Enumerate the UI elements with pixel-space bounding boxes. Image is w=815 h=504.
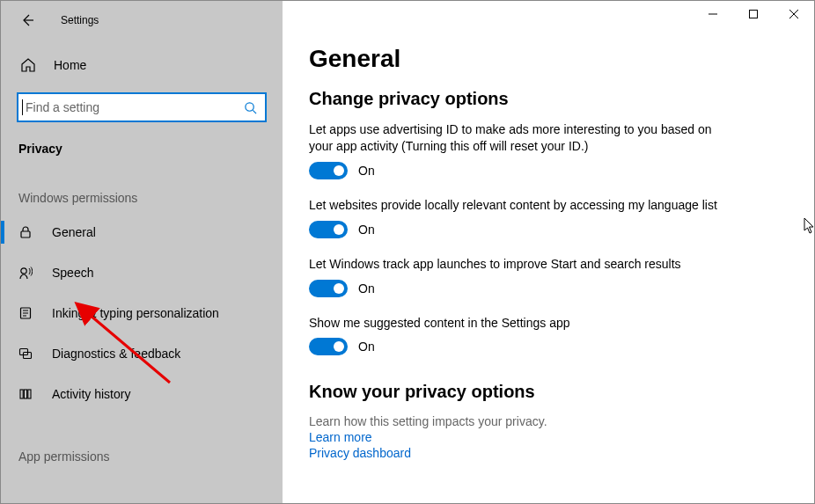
content-pane: General Change privacy options Let apps …	[283, 1, 814, 503]
home-icon	[20, 57, 38, 73]
toggle-language-list[interactable]	[309, 221, 348, 238]
search-icon	[242, 101, 258, 114]
toggle-suggested-content[interactable]	[309, 338, 348, 355]
category-heading: Privacy	[1, 122, 283, 156]
setting-desc: Let apps use advertising ID to make ads …	[309, 121, 723, 155]
minimize-button[interactable]	[693, 1, 733, 27]
toggle-row: On	[309, 338, 723, 355]
setting-track-launches: Let Windows track app launches to improv…	[309, 256, 723, 297]
svg-rect-12	[24, 390, 26, 398]
activity-icon	[18, 387, 36, 401]
text-caret	[22, 99, 23, 115]
title-bar: Settings	[1, 1, 283, 40]
toggle-state: On	[358, 164, 375, 178]
sidebar-item-activity[interactable]: Activity history	[1, 374, 283, 414]
settings-window: Settings Home Privacy Windows permission…	[1, 1, 814, 503]
lock-icon	[18, 225, 36, 239]
setting-suggested-content: Show me suggested content in the Setting…	[309, 315, 723, 356]
sidebar-item-label: Speech	[52, 266, 93, 280]
maximize-button[interactable]	[733, 1, 774, 27]
svg-rect-11	[20, 390, 23, 398]
toggle-row: On	[309, 221, 723, 238]
toggle-state: On	[358, 340, 375, 354]
search-box[interactable]	[17, 92, 267, 122]
arrow-left-icon	[20, 13, 34, 27]
toggle-row: On	[309, 280, 723, 297]
minimize-icon	[709, 10, 717, 18]
sidebar-item-speech[interactable]: Speech	[1, 252, 283, 293]
toggle-knob	[334, 341, 344, 352]
search-wrap	[1, 80, 283, 122]
sidebar-item-label: Activity history	[52, 387, 130, 401]
section-know-privacy: Know your privacy options	[309, 382, 789, 402]
page-title: General	[309, 45, 789, 73]
setting-advertising-id: Let apps use advertising ID to make ads …	[309, 121, 723, 179]
sidebar-item-general[interactable]: General	[1, 212, 283, 252]
sidebar: Settings Home Privacy Windows permission…	[1, 1, 283, 503]
setting-desc: Show me suggested content in the Setting…	[309, 315, 723, 332]
toggle-row: On	[309, 162, 723, 179]
toggle-state: On	[358, 223, 375, 237]
sidebar-item-label: Inking & typing personalization	[52, 306, 219, 320]
home-nav[interactable]: Home	[1, 50, 283, 80]
feedback-icon	[18, 347, 36, 361]
sidebar-item-label: Diagnostics & feedback	[52, 347, 180, 361]
setting-language-list: Let websites provide locally relevant co…	[309, 197, 723, 238]
toggle-knob	[334, 283, 344, 294]
home-label: Home	[54, 58, 86, 72]
svg-point-4	[21, 268, 26, 274]
app-title: Settings	[61, 14, 99, 26]
back-button[interactable]	[11, 4, 43, 36]
group-app-permissions: App permissions	[1, 414, 283, 471]
know-privacy-sub: Learn how this setting impacts your priv…	[309, 414, 789, 428]
sidebar-item-label: General	[52, 225, 96, 239]
toggle-knob	[334, 224, 344, 235]
maximize-icon	[749, 10, 758, 18]
svg-rect-13	[28, 390, 31, 398]
toggle-knob	[334, 165, 344, 176]
setting-desc: Let Windows track app launches to improv…	[309, 256, 723, 273]
svg-point-1	[245, 102, 253, 110]
toggle-track-launches[interactable]	[309, 280, 348, 297]
link-learn-more[interactable]: Learn more	[309, 430, 789, 444]
svg-rect-3	[21, 231, 30, 237]
sidebar-item-diagnostics[interactable]: Diagnostics & feedback	[1, 333, 283, 374]
sidebar-item-inking[interactable]: Inking & typing personalization	[1, 293, 283, 333]
toggle-advertising-id[interactable]	[309, 162, 348, 179]
inking-icon	[18, 306, 36, 320]
toggle-state: On	[358, 281, 375, 296]
setting-desc: Let websites provide locally relevant co…	[309, 197, 723, 214]
know-privacy-section: Know your privacy options Learn how this…	[309, 382, 789, 460]
close-icon	[789, 10, 798, 18]
group-windows-permissions: Windows permissions	[1, 156, 283, 212]
svg-rect-15	[750, 11, 758, 18]
close-button[interactable]	[774, 1, 814, 27]
search-input[interactable]	[26, 100, 242, 114]
svg-line-2	[253, 110, 256, 113]
section-change-privacy: Change privacy options	[309, 89, 789, 109]
window-controls	[693, 1, 814, 27]
link-privacy-dashboard[interactable]: Privacy dashboard	[309, 446, 789, 460]
speech-icon	[18, 266, 36, 280]
